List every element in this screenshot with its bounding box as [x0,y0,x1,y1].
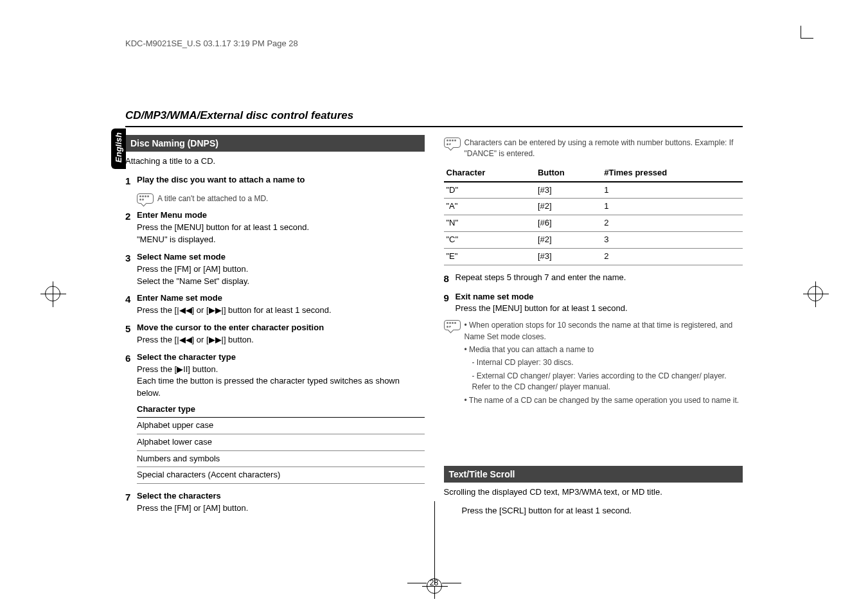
table-row: "N"[#6]2 [444,215,743,232]
bullet-sub-item: - Internal CD player: 30 discs. [472,357,743,368]
step-number: 1 [125,174,137,188]
note-row: A title can't be attached to a MD. [137,193,425,204]
step-number: 7 [125,490,137,515]
step-6: 6 Select the character type Press the [▶… [125,351,425,484]
table-header: Character [444,165,535,182]
step-title: Enter Menu mode [137,209,425,222]
step-number: 9 [444,291,456,315]
step-5: 5 Move the cursor to the enter character… [125,322,425,346]
step-text: Press the [|◀◀] or [▶▶|] button for at l… [137,305,425,317]
char-type-row: Numbers and symbols [137,451,425,468]
step-8: 8 Repeat steps 5 through 7 and enter the… [444,272,743,286]
note-icon [137,193,154,204]
step-title: Play the disc you want to attach a name … [137,174,425,186]
table-cell: [#2] [535,199,601,215]
feature-heading-dnps: Disc Naming (DNPS) [125,135,425,152]
note-text: A title can't be attached to a MD. [157,193,268,204]
step-number: 8 [444,272,456,286]
section-title: CD/MP3/WMA/External disc control feature… [125,109,743,122]
table-row: "D"[#3]1 [444,182,743,199]
bullet-item: • The name of a CD can be changed by the… [465,395,743,406]
crop-mark-icon [788,26,813,51]
char-type-row: Alphabet upper case [137,418,425,434]
table-row: "C"[#2]3 [444,232,743,249]
table-row: "E"[#3]2 [444,249,743,265]
table-row: "A"[#2]1 [444,199,743,215]
step-title: Move the cursor to the enter character p… [137,322,425,334]
column-divider [434,501,435,585]
alignment-mark-left [45,286,60,301]
note-row: Characters can be entered by using a rem… [444,138,743,160]
table-cell: [#6] [535,215,601,232]
step-text: Select the "Name Set" display. [137,276,425,288]
step-text: Repeat steps 5 through 7 and enter the n… [456,272,743,284]
bullet-item: • Media that you can attach a name to [465,344,743,355]
step-text: Press the [FM] or [AM] button. [137,502,425,515]
table-cell: 2 [601,249,743,265]
content-area: English CD/MP3/WMA/External disc control… [125,109,743,549]
alignment-mark-right [808,286,823,301]
table-cell: 2 [601,215,743,232]
step-3: 3 Select Name set mode Press the [FM] or… [125,251,425,288]
step-2: 2 Enter Menu mode Press the [MENU] butto… [125,209,425,246]
step-1: 1 Play the disc you want to attach a nam… [125,174,425,188]
bullet-sub-item: - External CD changer/ player: Varies ac… [472,371,743,393]
table-cell: 3 [601,232,743,249]
title-rule [125,126,743,127]
step-title: Select Name set mode [137,251,425,263]
scroll-instruction: Press the [SCRL] button for at least 1 s… [462,505,743,517]
note-row: • When operation stops for 10 seconds th… [444,320,743,408]
step-text: Press the [MENU] button for at least 1 s… [456,303,743,315]
table-cell: 1 [601,182,743,199]
step-4: 4 Enter Name set mode Press the [|◀◀] or… [125,292,425,317]
table-cell: "N" [444,215,535,232]
step-text: Press the [|◀◀] or [▶▶|] button. [137,334,425,346]
step-title: Select the character type [137,351,425,364]
page-container: KDC-M9021SE_U.S 03.1.17 3:19 PM Page 28 … [0,0,868,613]
table-cell: [#2] [535,232,601,249]
step-number: 3 [125,251,137,288]
intro-text: Attaching a title to a CD. [125,155,425,168]
table-cell: "A" [444,199,535,215]
step-text: Press the [FM] or [AM] button. [137,263,425,276]
language-tab: English [111,129,126,169]
table-cell: "C" [444,232,535,249]
step-number: 6 [125,351,137,484]
step-9: 9 Exit name set mode Press the [MENU] bu… [444,291,743,315]
step-text: Press the [▶II] button. [137,364,425,376]
text-title-scroll-section: Text/Title Scroll Scrolling the displaye… [444,466,743,517]
alignment-mark-bottom [427,578,442,594]
char-type-row: Alphabet lower case [137,434,425,451]
right-column: Characters can be entered by using a rem… [444,135,743,520]
step-number: 5 [125,322,137,346]
table-header: Button [535,165,601,182]
char-type-heading: Character type [137,404,425,418]
table-cell: [#3] [535,182,601,199]
step-number: 2 [125,209,137,246]
table-cell: 1 [601,199,743,215]
left-column: Disc Naming (DNPS) Attaching a title to … [125,135,425,520]
step-text: Press the [MENU] button for at least 1 s… [137,222,425,234]
note-icon [444,138,461,148]
step-text: Each time the button is pressed the char… [137,375,425,400]
step-title: Select the characters [137,490,425,502]
table-header: #Times pressed [601,165,743,182]
table-cell: [#3] [535,249,601,265]
table-cell: "D" [444,182,535,199]
step-text: "MENU" is displayed. [137,234,425,246]
intro-text: Scrolling the displayed CD text, MP3/WMA… [444,486,743,499]
step-number: 4 [125,292,137,317]
note-text: Characters can be entered by using a rem… [465,138,743,160]
note-icon [444,320,461,330]
step-title: Enter Name set mode [137,292,425,305]
char-type-row: Special characters (Accent characters) [137,467,425,484]
bullet-item: • When operation stops for 10 seconds th… [465,320,743,342]
bullet-list: • When operation stops for 10 seconds th… [465,320,743,408]
feature-heading-scroll: Text/Title Scroll [444,466,743,483]
step-title: Exit name set mode [456,291,743,303]
two-column-layout: Disc Naming (DNPS) Attaching a title to … [125,135,743,520]
step-7: 7 Select the characters Press the [FM] o… [125,490,425,515]
character-table: Character Button #Times pressed "D"[#3]1… [444,165,743,265]
print-header: KDC-M9021SE_U.S 03.1.17 3:19 PM Page 28 [125,39,298,48]
table-cell: "E" [444,249,535,265]
